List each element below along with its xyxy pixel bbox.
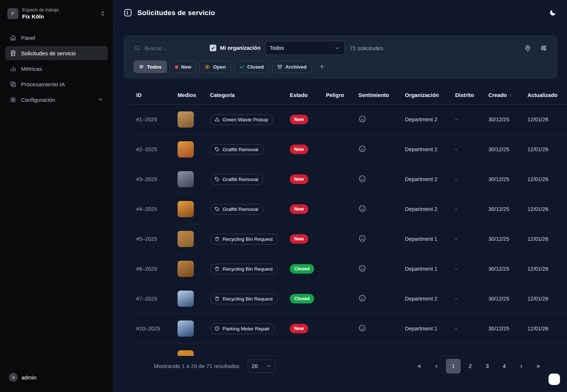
district-cell: -: [449, 206, 482, 212]
category-badge[interactable]: Green Waste Pickup: [210, 114, 273, 125]
column-header-categoria[interactable]: Categoría: [204, 92, 284, 98]
table-row[interactable]: #4–2025 Graffiti Removal New Department …: [130, 194, 567, 224]
table-row[interactable]: #7–2025 Recycling Bin Request Closed Dep…: [130, 284, 567, 314]
requests-icon: [10, 50, 17, 57]
request-id: #1–2025: [130, 117, 172, 122]
pagination-page-2[interactable]: 2: [463, 359, 478, 374]
request-id: #6–2025: [130, 266, 172, 272]
search-row: Mi organización Todos 71 solicitudes: [134, 41, 547, 55]
column-header-estado[interactable]: Estado: [284, 92, 320, 98]
media-thumbnail[interactable]: [178, 320, 194, 337]
category-cell: Graffiti Removal: [204, 174, 284, 185]
sentiment-cell: [353, 175, 399, 184]
status-badge: New: [290, 234, 308, 244]
pagination-last-button[interactable]: »: [531, 359, 546, 374]
category-badge[interactable]: Graffiti Removal: [210, 174, 264, 185]
sidebar-item-configuracion[interactable]: Configuración: [5, 93, 108, 107]
workspace-switcher[interactable]: F Espacio de trabajo Fix Köln: [0, 5, 113, 26]
table-row[interactable]: #3–2025 Graffiti Removal New Department …: [130, 164, 567, 194]
sun-icon: [205, 64, 210, 70]
table-row[interactable]: #1–2025 Green Waste Pickup New Departmen…: [130, 105, 567, 135]
scope-select[interactable]: Todos: [265, 41, 345, 55]
column-header-id[interactable]: ID: [130, 92, 172, 98]
pagination-prev-button[interactable]: ‹: [429, 359, 444, 374]
tab-new[interactable]: New: [170, 60, 197, 73]
media-thumbnail[interactable]: [178, 141, 194, 157]
search-input[interactable]: [144, 45, 199, 52]
column-header-sentimiento[interactable]: Sentimiento: [353, 92, 399, 98]
column-header-distrito[interactable]: Distrito: [449, 92, 482, 98]
category-badge[interactable]: Recycling Bin Request: [210, 234, 278, 244]
my-organization-checkbox[interactable]: [210, 45, 216, 51]
sidebar-item-solicitudes[interactable]: Solicitudes de servicio: [5, 46, 108, 60]
category-badge[interactable]: Graffiti Removal: [210, 204, 264, 215]
media-thumbnail[interactable]: [178, 201, 194, 217]
tab-open[interactable]: Open: [199, 60, 231, 73]
tab-archived[interactable]: Archived: [272, 60, 312, 73]
pagination-page-4[interactable]: 4: [497, 359, 512, 374]
pagination-first-button[interactable]: «: [412, 359, 427, 374]
plus-icon: [319, 64, 325, 70]
table-row[interactable]: [130, 344, 567, 356]
user-menu[interactable]: a admin: [0, 369, 113, 385]
sidebar-nav: Panel Solicitudes de servicio Métricas P…: [0, 26, 113, 107]
sidebar-item-panel[interactable]: Panel: [5, 31, 108, 45]
media-thumbnail[interactable]: [178, 231, 194, 247]
tab-label: Open: [213, 64, 226, 70]
chat-widget-button[interactable]: [549, 374, 560, 385]
add-filter-tab-button[interactable]: [316, 61, 327, 72]
updated-cell: 12/01/26: [522, 296, 567, 302]
table-row[interactable]: #10–2025 Parking Meter Repair New Depart…: [130, 314, 567, 344]
sidebar-item-label: Procesamiento IA: [21, 81, 65, 87]
map-pin-icon[interactable]: [524, 45, 531, 52]
media-thumbnail[interactable]: [178, 171, 194, 187]
category-badge[interactable]: Recycling Bin Request: [210, 294, 278, 304]
request-id: #2–2025: [130, 146, 172, 152]
category-badge[interactable]: Recycling Bin Request: [210, 264, 278, 274]
sidebar-item-metricas[interactable]: Métricas: [5, 62, 108, 76]
status-badge: New: [290, 324, 308, 333]
gear-icon: [10, 96, 17, 103]
column-header-actualizado[interactable]: Actualizado: [522, 92, 567, 98]
pagination-page-1[interactable]: 1: [446, 359, 461, 374]
media-thumbnail[interactable]: [178, 261, 194, 277]
media-thumbnail[interactable]: [178, 291, 194, 307]
category-badge[interactable]: Graffiti Removal: [210, 144, 264, 155]
media-thumbnail[interactable]: [178, 111, 194, 128]
my-organization-filter[interactable]: Mi organización: [210, 45, 261, 51]
sentiment-neutral-icon: [358, 324, 366, 332]
updated-cell: 12/01/26: [522, 266, 567, 272]
category-label: Parking Meter Repair: [223, 326, 270, 332]
table-row[interactable]: #6–2025 Recycling Bin Request Closed Dep…: [130, 254, 567, 284]
table-row[interactable]: #5–2025 Recycling Bin Request New Depart…: [130, 224, 567, 254]
column-header-creado[interactable]: Creado↑: [482, 92, 522, 98]
created-cell: 30/12/25: [482, 146, 522, 152]
tab-label: Closed: [247, 64, 264, 70]
column-header-organizacion[interactable]: Organización: [399, 92, 449, 98]
workspace-name: Fix Köln: [22, 13, 59, 20]
filter-sliders-icon[interactable]: [540, 45, 547, 52]
sidebar-item-label: Configuración: [21, 97, 55, 103]
column-header-medios[interactable]: Medios: [172, 92, 204, 98]
organization-cell: Department 1: [399, 266, 449, 272]
tab-todos[interactable]: Todos: [134, 60, 167, 73]
dark-mode-toggle[interactable]: [549, 9, 557, 17]
media-thumbnail[interactable]: [178, 350, 194, 356]
sentiment-cell: [353, 205, 399, 214]
sentiment-neutral-icon: [358, 264, 366, 272]
category-cell: Graffiti Removal: [204, 144, 284, 155]
check-icon: [211, 46, 215, 50]
category-icon: [214, 117, 220, 122]
table-row[interactable]: #2–2025 Graffiti Removal New Department …: [130, 135, 567, 164]
pagination-next-button[interactable]: ›: [514, 359, 529, 374]
pagination-page-3[interactable]: 3: [480, 359, 495, 374]
category-label: Green Waste Pickup: [223, 117, 268, 122]
tab-closed[interactable]: Closed: [234, 60, 269, 73]
sidebar-item-procesamiento-ia[interactable]: Procesamiento IA: [5, 77, 108, 91]
page-size-select[interactable]: 20: [248, 360, 276, 373]
app-window: F Espacio de trabajo Fix Köln Panel Soli…: [0, 0, 567, 392]
category-badge[interactable]: Parking Meter Repair: [210, 323, 275, 334]
created-cell: 30/12/25: [482, 236, 522, 242]
category-cell: Parking Meter Repair: [204, 323, 284, 334]
column-header-peligro[interactable]: Peligro: [320, 92, 353, 98]
